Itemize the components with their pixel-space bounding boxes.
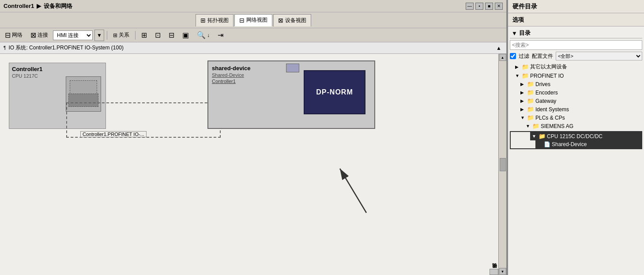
tree-item-profinet[interactable]: ▼ 📁 PROFINET IO — [513, 72, 642, 80]
scroll-bar-right: ▲ ▼ — [498, 54, 506, 275]
catalog-title: ▼ 目录 — [512, 29, 531, 37]
arrow-plcs: ▼ — [520, 115, 526, 120]
dp-norm-label: DP-NORM — [316, 88, 353, 96]
network-icon-small: ⊟ — [5, 31, 11, 39]
scroll-up-arrow[interactable]: ▲ — [499, 54, 506, 61]
separator-1 — [107, 31, 107, 40]
file-icon-shared-device: 📄 — [544, 141, 550, 147]
folder-icon-plcs: 📁 — [527, 114, 534, 121]
toolbar-icon-2[interactable]: ⊡ — [152, 30, 164, 41]
maximize-button[interactable]: ■ — [485, 3, 493, 10]
toolbar: ⊟ 网络 ⊠ 连接 HMI 连接 ▼ ⊞ 关系 ⊞ ⊡ ⊟ ▣ 🔍↓ ⇥ — [0, 28, 506, 42]
tree-label-encoders: Encoders — [535, 90, 558, 96]
filter-label: 过滤 — [519, 53, 529, 60]
zoom-icon: 🔍 — [197, 31, 206, 39]
toolbar-icon-4[interactable]: ▣ — [179, 30, 192, 41]
folder-icon-profinet: 📁 — [522, 72, 529, 79]
folder-icon-cpu1215c: 📁 — [539, 133, 546, 139]
side-tab-1[interactable]: 设备说明 — [490, 269, 498, 275]
close-button[interactable]: ✕ — [495, 3, 503, 10]
side-tabs: 设备说明 — [490, 54, 498, 275]
tree-label-gateway: Gateway — [535, 98, 556, 104]
tree-item-ethernet[interactable]: ▶ 📁 其它以太网设备 — [513, 62, 642, 72]
dropdown-arrow[interactable]: ▼ — [94, 30, 104, 41]
tab-device-label: 设备视图 — [285, 17, 306, 24]
tree-item-cpu1215c[interactable]: ▼ 📁 CPU 1215C DC/DC/DC — [530, 132, 641, 140]
tree-item-shared-device[interactable]: 📄 Shared-Device — [535, 140, 641, 148]
tab-network-label: 网络视图 — [246, 16, 267, 24]
toolbar-icon-1[interactable]: ⊞ — [138, 30, 150, 41]
arrow-profinet: ▼ — [515, 73, 520, 78]
tab-network[interactable]: ⊟ 网络视图 — [234, 14, 272, 26]
canvas-area[interactable]: Controller1 CPU 1217C Controller1.PROFIN… — [0, 54, 506, 275]
icon-1: ⊞ — [141, 31, 147, 39]
network-icon: ⊟ — [239, 17, 245, 24]
tree-label-profinet: PROFINET IO — [530, 73, 564, 79]
hw-options-label: 选项 — [508, 13, 644, 26]
icon-2: ⊡ — [155, 31, 161, 39]
tree-item-plcs[interactable]: ▼ 📁 PLCs & CPs — [519, 113, 642, 122]
title-bar-controls: — ▪ ■ ✕ — [466, 3, 503, 10]
align-icon: ⇥ — [218, 31, 223, 39]
relation-label: 关系 — [119, 31, 129, 39]
tab-bar: ⊞ 拓扑视图 ⊟ 网络视图 ⊠ 设备视图 — [0, 12, 506, 28]
arrow-ident: ▶ — [520, 107, 526, 112]
zoom-arrow: ↓ — [207, 32, 210, 38]
tab-topology-label: 拓扑视图 — [207, 17, 229, 24]
folder-icon-drives: 📁 — [527, 81, 534, 87]
restore-button[interactable]: ▪ — [475, 3, 483, 10]
shared-device-box: shared-device Shared-Device Controller1 … — [207, 60, 375, 129]
zoom-btn[interactable]: 🔍↓ — [194, 30, 213, 41]
breadcrumb-section: 设备和网络 — [44, 2, 72, 10]
folder-icon-ident: 📁 — [527, 106, 534, 113]
tree-item-siemens[interactable]: ▼ 📁 SIEMENS AG — [524, 122, 642, 130]
tree-item-gateway[interactable]: ▶ 📁 Gateway — [519, 97, 642, 105]
right-panel: 硬件目录 选项 ▼ 目录 过滤 配置文件 <全部> ▶ 📁 其它以太网设备 — [507, 0, 644, 275]
config-label: 配置文件 — [532, 53, 553, 60]
tree-label-ident: Ident Systems — [535, 106, 569, 113]
profinet-label: Controller1.PROFINET IO-... — [80, 131, 147, 137]
minimize-button[interactable]: — — [466, 3, 474, 10]
main-panel: Controller1 ▶ 设备和网络 — ▪ ■ ✕ ⊞ 拓扑视图 ⊟ 网络视… — [0, 0, 507, 275]
relation-btn[interactable]: ⊞ 关系 — [110, 30, 132, 41]
network-label: 网络 — [12, 31, 23, 39]
topology-icon: ⊞ — [200, 17, 206, 24]
separator-2 — [135, 31, 136, 40]
config-select[interactable]: <全部> — [556, 52, 642, 60]
arrow-encoders: ▶ — [520, 90, 526, 95]
scroll-up-btn[interactable]: ▲ — [495, 43, 503, 53]
icon-3: ⊟ — [169, 31, 174, 39]
tree-item-ident[interactable]: ▶ 📁 Ident Systems — [519, 105, 642, 113]
filter-row: 过滤 配置文件 <全部> — [510, 52, 642, 60]
connection-btn[interactable]: ⊠ 连接 — [27, 30, 51, 41]
scroll-thumb[interactable] — [500, 158, 506, 171]
filter-checkbox[interactable] — [510, 53, 516, 59]
device-icon: ⊠ — [278, 17, 283, 24]
tree-item-encoders[interactable]: ▶ 📁 Encoders — [519, 88, 642, 97]
hw-catalog-title: 硬件目录 — [508, 0, 644, 13]
tree-item-drives[interactable]: ▶ 📁 Drives — [519, 80, 642, 88]
arrow-indicator — [300, 124, 388, 222]
toolbar-icon-3[interactable]: ⊟ — [166, 30, 177, 41]
breadcrumb-arrow: ▶ — [37, 3, 41, 9]
tab-device[interactable]: ⊠ 设备视图 — [273, 14, 311, 26]
pin-icon: ¶ — [4, 45, 6, 50]
tree-label-ethernet: 其它以太网设备 — [530, 63, 567, 71]
catalog-search-input[interactable] — [510, 40, 642, 50]
small-box-top — [286, 64, 299, 72]
svg-line-1 — [340, 169, 366, 213]
catalog-expand-icon[interactable]: ▼ — [512, 30, 517, 37]
tree-label-shared-device: Shared-Device — [552, 141, 587, 147]
align-btn[interactable]: ⇥ — [215, 30, 226, 41]
folder-icon-ethernet: 📁 — [522, 64, 529, 70]
folder-icon-encoders: 📁 — [527, 89, 534, 96]
arrow-drives: ▶ — [520, 82, 526, 87]
folder-icon-gateway: 📁 — [527, 98, 534, 104]
title-bar: Controller1 ▶ 设备和网络 — ▪ ■ ✕ — [0, 0, 506, 12]
arrow-gateway: ▶ — [520, 98, 526, 103]
scroll-down-arrow[interactable]: ▼ — [499, 268, 506, 275]
hmi-select[interactable]: HMI 连接 — [53, 30, 93, 40]
tab-topology[interactable]: ⊞ 拓扑视图 — [196, 14, 233, 26]
io-system-text: IO 系统: Controller1.PROFINET IO-System (1… — [8, 44, 124, 52]
network-btn[interactable]: ⊟ 网络 — [2, 30, 26, 41]
